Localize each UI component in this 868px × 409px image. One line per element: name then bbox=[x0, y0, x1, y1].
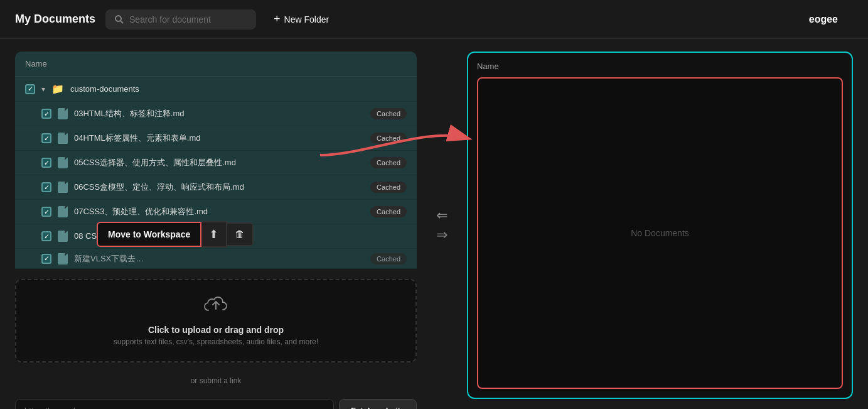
file-name-1: 04HTML标签属性、元素和表单.md bbox=[74, 133, 364, 144]
file-checkbox-5[interactable] bbox=[41, 231, 51, 241]
folder-checkbox[interactable] bbox=[25, 84, 35, 94]
link-input[interactable] bbox=[15, 399, 334, 409]
folder-row[interactable]: ▾ 📁 custom-documents bbox=[15, 77, 417, 102]
file-icon-3 bbox=[58, 182, 68, 193]
main-layout: Name ▾ 📁 custom-documents 03HTML结构、标签和注释… bbox=[0, 39, 868, 409]
file-icon-6 bbox=[58, 253, 68, 264]
file-checkbox-2[interactable] bbox=[41, 158, 51, 168]
file-icon-1 bbox=[58, 133, 68, 144]
table-header: Name bbox=[15, 52, 417, 77]
cached-badge-1: Cached bbox=[370, 133, 407, 144]
right-transfer-arrow: ⇒ bbox=[436, 227, 447, 243]
transfer-icons: ⇐ ⇒ bbox=[417, 52, 467, 399]
link-row: Fetch website bbox=[15, 399, 417, 409]
file-icon-4 bbox=[58, 206, 68, 217]
folder-name: custom-documents bbox=[70, 84, 139, 94]
file-checkbox-3[interactable] bbox=[41, 182, 51, 192]
file-name-0: 03HTML结构、标签和注释.md bbox=[74, 108, 364, 119]
table-row-partial: 新建VLSX下载去… Cached bbox=[15, 249, 417, 269]
workspace-drop-area[interactable]: No Documents bbox=[477, 77, 843, 389]
upload-subtitle: supports text files, csv's, spreadsheets… bbox=[31, 337, 400, 346]
file-checkbox-1[interactable] bbox=[41, 133, 51, 143]
delete-button[interactable]: 🗑 bbox=[227, 222, 254, 246]
svg-line-1 bbox=[121, 21, 123, 23]
new-folder-button[interactable]: + New Folder bbox=[266, 8, 336, 31]
cached-badge-3: Cached bbox=[370, 182, 407, 193]
delete-icon: 🗑 bbox=[235, 229, 245, 239]
file-checkbox-6[interactable] bbox=[41, 254, 51, 264]
upload-icon bbox=[31, 295, 400, 320]
cached-badge-0: Cached bbox=[370, 108, 407, 119]
file-checkbox-4[interactable] bbox=[41, 207, 51, 217]
file-icon-2 bbox=[58, 157, 68, 168]
table-row[interactable]: 03HTML结构、标签和注释.md Cached bbox=[15, 102, 417, 126]
file-name-2: 05CSS选择器、使用方式、属性和层叠性.md bbox=[74, 157, 364, 168]
cached-badge-2: Cached bbox=[370, 157, 407, 168]
table-row[interactable]: 04HTML标签属性、元素和表单.md Cached bbox=[15, 126, 417, 151]
search-icon bbox=[114, 14, 124, 25]
cached-badge-4: Cached bbox=[370, 206, 407, 217]
folder-icon: 📁 bbox=[51, 83, 64, 95]
file-name-3: 06CSS盒模型、定位、浮动、响应式和布局.md bbox=[74, 182, 364, 193]
left-panel: Name ▾ 📁 custom-documents 03HTML结构、标签和注释… bbox=[15, 52, 417, 399]
no-documents-label: No Documents bbox=[631, 228, 689, 238]
file-table: Name ▾ 📁 custom-documents 03HTML结构、标签和注释… bbox=[15, 52, 417, 269]
table-row[interactable]: 05CSS选择器、使用方式、属性和层叠性.md Cached bbox=[15, 151, 417, 175]
left-transfer-arrow: ⇐ bbox=[436, 207, 447, 224]
file-name-4: 07CSS3、预处理、优化和兼容性.md bbox=[74, 206, 364, 217]
chevron-icon: ▾ bbox=[41, 85, 45, 94]
cached-badge-6: Cached bbox=[370, 253, 407, 264]
upload-area[interactable]: Click to upload or drag and drop support… bbox=[15, 279, 417, 363]
right-panel-header: Name bbox=[477, 62, 843, 71]
new-folder-label: New Folder bbox=[284, 14, 330, 25]
or-submit-text: or submit a link bbox=[15, 376, 417, 385]
workspace-name: eogee bbox=[809, 14, 853, 25]
upload-title: Click to upload or drag and drop bbox=[31, 325, 400, 335]
search-input[interactable] bbox=[129, 14, 247, 25]
search-box[interactable] bbox=[105, 9, 256, 30]
export-icon: ⬆ bbox=[209, 228, 218, 241]
file-icon-5 bbox=[58, 231, 68, 242]
header: My Documents + New Folder eogee bbox=[0, 0, 868, 39]
table-row[interactable]: 06CSS盒模型、定位、浮动、响应式和布局.md Cached bbox=[15, 175, 417, 200]
export-button[interactable]: ⬆ bbox=[201, 221, 227, 248]
file-checkbox-0[interactable] bbox=[41, 109, 51, 119]
file-name-6: 新建VLSX下载去… bbox=[74, 253, 364, 264]
context-menu: Move to Workspace ⬆ 🗑 bbox=[97, 221, 254, 248]
right-panel: Name No Documents bbox=[467, 52, 853, 399]
file-icon-0 bbox=[58, 108, 68, 119]
move-to-workspace-button[interactable]: Move to Workspace bbox=[97, 222, 201, 247]
svg-point-0 bbox=[115, 16, 121, 21]
page-title: My Documents bbox=[15, 13, 95, 26]
plus-icon: + bbox=[274, 13, 281, 26]
fetch-website-button[interactable]: Fetch website bbox=[339, 399, 417, 409]
